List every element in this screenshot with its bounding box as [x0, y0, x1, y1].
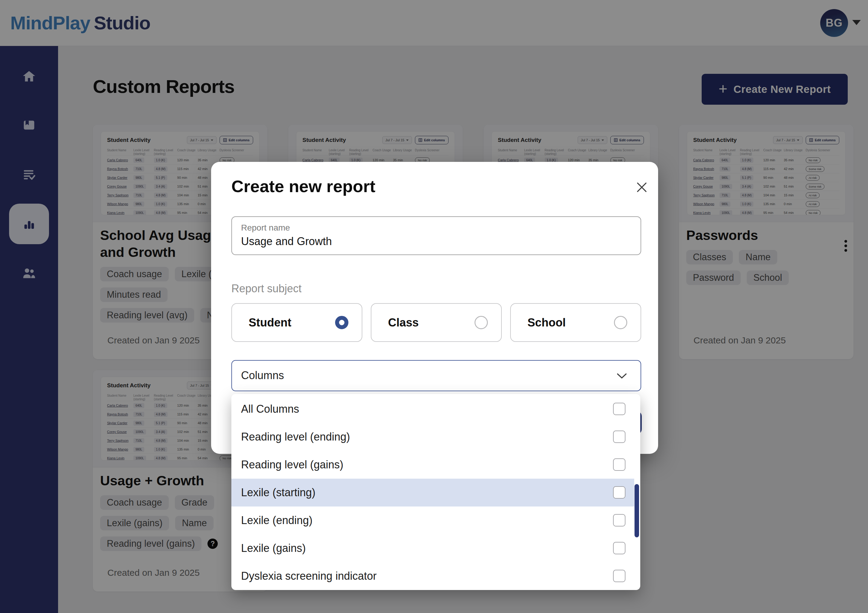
checkbox-icon[interactable]: [613, 458, 625, 471]
report-subject-label: Report subject: [231, 282, 302, 295]
column-option-dyslexia-screening-indicator[interactable]: Dyslexia screening indicator: [231, 562, 640, 590]
checkbox-icon[interactable]: [613, 514, 625, 526]
option-label: Dyslexia screening indicator: [241, 570, 377, 582]
column-option-lexile-starting[interactable]: Lexile (starting): [231, 479, 634, 506]
option-label: Lexile (starting): [241, 486, 315, 499]
checkbox-icon[interactable]: [613, 486, 625, 499]
radio-selected-icon[interactable]: [335, 316, 349, 329]
modal-title: Create new report: [231, 176, 375, 196]
checkbox-icon[interactable]: [613, 403, 625, 415]
close-icon[interactable]: [634, 179, 649, 195]
subject-option-class[interactable]: Class: [371, 303, 502, 342]
option-label: Reading level (gains): [241, 458, 343, 471]
scrollbar-thumb[interactable]: [634, 484, 639, 537]
radio-icon[interactable]: [474, 316, 488, 329]
subject-option-school[interactable]: School: [510, 303, 641, 342]
option-label: Lexile (ending): [241, 514, 312, 527]
report-name-field[interactable]: Report name Usage and Growth: [231, 216, 641, 255]
columns-select[interactable]: Columns: [231, 360, 641, 391]
columns-dropdown-menu: All ColumnsReading level (ending)Reading…: [231, 394, 640, 590]
column-option-lexile-ending[interactable]: Lexile (ending): [231, 506, 640, 534]
checkbox-icon[interactable]: [613, 570, 625, 582]
column-option-reading-level-gains[interactable]: Reading level (gains): [231, 451, 640, 479]
checkbox-icon[interactable]: [613, 542, 625, 554]
column-option-reading-level-ending[interactable]: Reading level (ending): [231, 423, 640, 451]
option-label: Lexile (gains): [241, 542, 306, 555]
report-name-value: Usage and Growth: [241, 235, 332, 248]
radio-icon[interactable]: [614, 316, 627, 329]
column-option-lexile-gains[interactable]: Lexile (gains): [231, 534, 640, 562]
column-option-all-columns[interactable]: All Columns: [231, 395, 640, 423]
report-name-label: Report name: [241, 223, 290, 233]
checkbox-icon[interactable]: [613, 431, 625, 443]
option-label: Reading level (ending): [241, 431, 350, 443]
option-label: All Columns: [241, 403, 299, 416]
chevron-down-icon: [616, 373, 627, 381]
app-screen: MindPlayStudio BG: [0, 0, 868, 613]
subject-option-student[interactable]: Student: [231, 303, 362, 342]
